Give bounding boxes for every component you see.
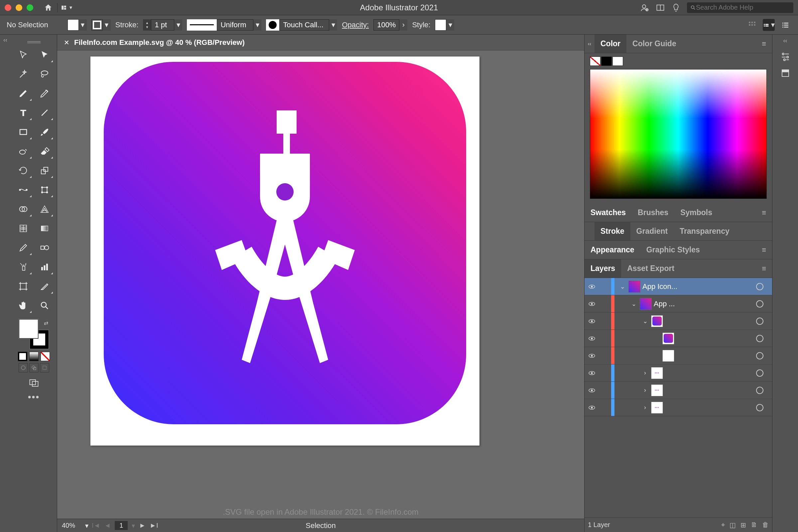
tab-swatches[interactable]: Swatches bbox=[585, 204, 632, 222]
layers-panel-menu-icon[interactable]: ≡ bbox=[758, 264, 770, 273]
tools-grip[interactable] bbox=[27, 41, 41, 43]
zoom-level[interactable]: 40%▾ bbox=[62, 520, 89, 531]
layer-row[interactable]: ›••• bbox=[585, 364, 772, 382]
curvature-tool[interactable] bbox=[35, 85, 54, 102]
layer-row[interactable]: ⌄App ... bbox=[585, 295, 772, 312]
disclosure-toggle[interactable]: ⌄ bbox=[630, 300, 638, 307]
tab-layers[interactable]: Layers bbox=[585, 259, 621, 278]
slice-tool[interactable] bbox=[35, 278, 54, 294]
symbol-sprayer-tool[interactable] bbox=[14, 259, 33, 275]
properties-panel-icon[interactable] bbox=[780, 51, 791, 61]
layer-name[interactable]: App ... bbox=[654, 300, 754, 308]
color-mode-gradient[interactable] bbox=[29, 352, 39, 361]
learn-icon[interactable] bbox=[672, 3, 680, 12]
layer-row[interactable] bbox=[585, 330, 772, 347]
draw-behind[interactable] bbox=[29, 363, 39, 373]
tab-color[interactable]: Color bbox=[594, 35, 626, 53]
layer-row[interactable]: ⌄ bbox=[585, 312, 772, 330]
transform-panel-icon[interactable]: ▾ bbox=[763, 19, 775, 31]
rotate-tool[interactable] bbox=[14, 162, 33, 179]
help-search-input[interactable] bbox=[696, 4, 790, 11]
gradient-tool[interactable] bbox=[35, 220, 54, 237]
rectangle-tool[interactable] bbox=[14, 124, 33, 140]
close-window-button[interactable] bbox=[5, 4, 11, 11]
color-mode-solid[interactable] bbox=[18, 352, 27, 361]
selection-tool[interactable] bbox=[14, 46, 33, 63]
screen-mode[interactable] bbox=[26, 377, 41, 389]
tab-brushes[interactable]: Brushes bbox=[632, 204, 674, 222]
target-icon[interactable] bbox=[756, 369, 763, 377]
opacity-label[interactable]: Opacity: bbox=[342, 21, 369, 29]
shape-builder-tool[interactable] bbox=[14, 201, 33, 217]
appearance-panel-menu-icon[interactable]: ≡ bbox=[758, 246, 770, 254]
close-tab-icon[interactable]: ✕ bbox=[64, 39, 70, 46]
delete-layer-icon[interactable]: 🗑 bbox=[762, 521, 769, 529]
tab-graphic-styles[interactable]: Graphic Styles bbox=[640, 241, 706, 259]
tab-stroke[interactable]: Stroke bbox=[594, 222, 630, 241]
layer-row[interactable]: ⌄App Icon... bbox=[585, 278, 772, 295]
layer-row[interactable] bbox=[585, 347, 772, 364]
paintbrush-tool[interactable] bbox=[35, 124, 54, 140]
color-white-swatch[interactable] bbox=[612, 57, 623, 66]
swatches-panel-menu-icon[interactable]: ≡ bbox=[758, 208, 770, 217]
target-icon[interactable] bbox=[756, 335, 763, 342]
variable-width-profile[interactable]: Uniform ▾ bbox=[187, 19, 261, 31]
brush-definition[interactable]: Touch Call... ▾ bbox=[266, 19, 337, 31]
target-icon[interactable] bbox=[756, 352, 763, 359]
draw-normal[interactable] bbox=[19, 363, 28, 373]
tab-appearance[interactable]: Appearance bbox=[585, 241, 640, 259]
target-icon[interactable] bbox=[756, 283, 763, 290]
perspective-grid-tool[interactable] bbox=[35, 201, 54, 217]
visibility-toggle-icon[interactable] bbox=[585, 283, 599, 291]
canvas[interactable]: .SVG file open in Adobe Illustrator 2021… bbox=[57, 51, 584, 519]
tab-symbols[interactable]: Symbols bbox=[674, 204, 718, 222]
share-document-icon[interactable] bbox=[639, 3, 649, 13]
swap-fill-stroke-icon[interactable]: ⇄ bbox=[44, 320, 48, 326]
zoom-window-button[interactable] bbox=[26, 4, 33, 11]
blend-tool[interactable] bbox=[35, 240, 54, 256]
disclosure-toggle[interactable]: ⌄ bbox=[641, 318, 649, 325]
width-tool[interactable] bbox=[14, 182, 33, 198]
visibility-toggle-icon[interactable] bbox=[585, 300, 599, 308]
magic-wand-tool[interactable] bbox=[14, 66, 33, 82]
disclosure-toggle[interactable]: › bbox=[641, 369, 649, 376]
fill-swatch[interactable]: ▾ bbox=[68, 19, 87, 31]
layer-row[interactable]: ›••• bbox=[585, 399, 772, 416]
home-button[interactable] bbox=[42, 2, 54, 13]
prev-artboard-button[interactable]: ◄ bbox=[104, 522, 111, 529]
type-tool[interactable] bbox=[14, 104, 33, 121]
opacity-input[interactable]: 100%› bbox=[374, 19, 407, 31]
layer-name[interactable]: App Icon... bbox=[642, 282, 754, 291]
visibility-toggle-icon[interactable] bbox=[585, 352, 599, 360]
tab-color-guide[interactable]: Color Guide bbox=[626, 35, 682, 53]
target-icon[interactable] bbox=[756, 318, 763, 325]
tab-gradient[interactable]: Gradient bbox=[630, 222, 674, 241]
minimize-window-button[interactable] bbox=[16, 4, 22, 11]
eyedropper-tool[interactable] bbox=[14, 240, 33, 256]
align-panel-icon[interactable] bbox=[746, 19, 758, 31]
stroke-swatch[interactable]: ▾ bbox=[92, 19, 111, 31]
hand-tool[interactable] bbox=[14, 297, 33, 314]
panel-menu-icon[interactable] bbox=[779, 19, 791, 31]
free-transform-tool[interactable] bbox=[35, 182, 54, 198]
last-artboard-button[interactable]: ►I bbox=[150, 522, 158, 529]
target-icon[interactable] bbox=[756, 387, 763, 394]
tab-asset-export[interactable]: Asset Export bbox=[621, 259, 680, 278]
target-icon[interactable] bbox=[756, 404, 763, 411]
target-icon[interactable] bbox=[756, 300, 763, 307]
next-artboard-button[interactable]: ► bbox=[139, 522, 146, 529]
create-layer-icon[interactable]: 🗎 bbox=[751, 521, 757, 529]
eraser-tool[interactable] bbox=[35, 143, 54, 159]
libraries-panel-icon[interactable] bbox=[780, 68, 790, 78]
visibility-toggle-icon[interactable] bbox=[585, 386, 599, 394]
locate-object-icon[interactable]: ⌖ bbox=[721, 521, 725, 529]
artboard-index[interactable]: 1 bbox=[115, 521, 128, 530]
pen-tool[interactable] bbox=[14, 85, 33, 102]
arrange-documents-icon[interactable] bbox=[656, 3, 665, 12]
disclosure-toggle[interactable]: ⌄ bbox=[619, 283, 626, 290]
fill-stroke-control[interactable]: ⇄ bbox=[19, 319, 49, 349]
help-search[interactable] bbox=[687, 2, 793, 13]
document-tab[interactable]: ✕ FileInfo.com Example.svg @ 40 % (RGB/P… bbox=[57, 35, 584, 51]
line-segment-tool[interactable] bbox=[35, 104, 54, 121]
tab-transparency[interactable]: Transparency bbox=[673, 222, 736, 241]
